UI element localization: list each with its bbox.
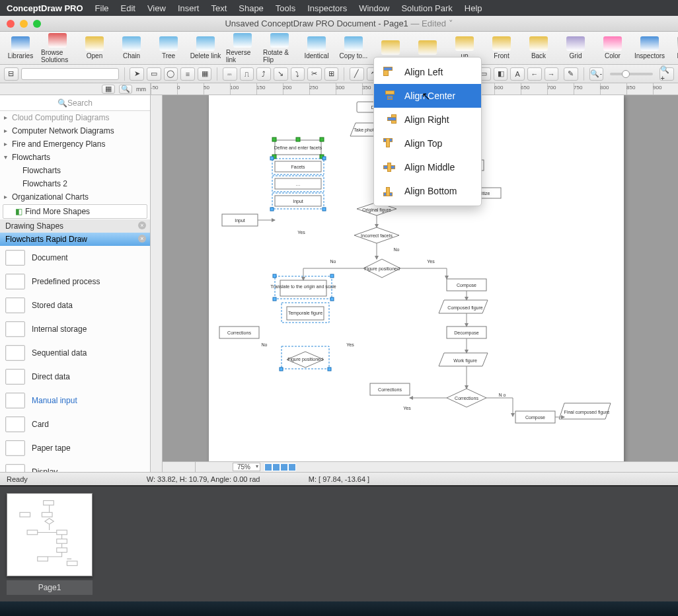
toolbar-rotate-flip[interactable]: Rotate & Flip	[263, 33, 296, 63]
toolbar-copy-to-[interactable]: Copy to...	[337, 36, 370, 59]
align-align-top[interactable]: Align Top	[374, 132, 481, 155]
toolbar-delete-link[interactable]: Delete link	[189, 36, 222, 59]
svg-text:Define and enter facets: Define and enter facets	[274, 145, 322, 150]
find-more-shapes-button[interactable]: ◧ Find More Shapes	[3, 204, 147, 219]
connector-tool-7[interactable]: ⊞	[324, 67, 339, 81]
title-chevron-icon[interactable]: ˅	[449, 19, 453, 28]
pointer-tool-button[interactable]: ➤	[130, 67, 144, 81]
toolbar-grid[interactable]: Grid	[559, 36, 592, 59]
toolbar-front[interactable]: Front	[485, 36, 518, 59]
shape-display[interactable]: Display	[0, 460, 150, 472]
toolbar-inspectors[interactable]: Inspectors	[633, 36, 666, 59]
zoom-out-button[interactable]: 🔍-	[589, 67, 604, 81]
shape-stored-data[interactable]: Stored data	[0, 293, 150, 317]
shape-internal-storage[interactable]: Internal storage	[0, 317, 150, 341]
align-align-center[interactable]: Align Center	[374, 84, 481, 108]
menu-text[interactable]: Text	[211, 3, 227, 13]
toolbar-btn11[interactable]	[411, 40, 444, 56]
toolbar-libraries[interactable]: Libraries	[4, 36, 37, 59]
menu-tools[interactable]: Tools	[276, 3, 295, 13]
shadow-tool-button[interactable]: ◧	[494, 67, 508, 81]
align-align-middle[interactable]: Align Middle	[374, 155, 481, 179]
arrow-style-button-2[interactable]: →	[545, 67, 559, 81]
menu-solution-park[interactable]: Solution Park	[401, 3, 452, 13]
window-minimize-button[interactable]	[20, 20, 28, 28]
toolbar-browse-solutions[interactable]: Browse Solutions	[41, 33, 74, 63]
toolbar-color[interactable]: Color	[596, 36, 629, 59]
line-tool-1[interactable]: ╱	[350, 67, 364, 81]
view-search-icon[interactable]: 🔍	[119, 85, 132, 94]
shape-direct-data[interactable]: Direct data	[0, 365, 150, 389]
library-header-drawing[interactable]: Drawing Shapes ×	[0, 219, 150, 233]
shape-manual-input[interactable]: Manual input	[0, 389, 150, 412]
svg-text:Yes: Yes	[346, 342, 354, 347]
toolbar-up[interactable]: up	[448, 36, 481, 59]
menu-shape[interactable]: Shape	[239, 3, 264, 13]
connector-tool-4[interactable]: ↘	[274, 67, 288, 81]
toolbar-btn10[interactable]	[374, 40, 407, 56]
page-nav[interactable]	[264, 463, 296, 471]
close-icon[interactable]: ×	[138, 221, 146, 229]
menu-window[interactable]: Window	[359, 3, 389, 13]
textstyle-tool-button[interactable]: A	[510, 67, 525, 81]
tree-child-flowcharts2[interactable]: Flowcharts 2	[0, 177, 150, 190]
close-icon[interactable]: ×	[138, 235, 146, 243]
ellipse-tool-button[interactable]: ◯	[164, 67, 178, 81]
quick-input[interactable]	[21, 68, 119, 80]
zoom-slider[interactable]	[610, 73, 653, 75]
app-name[interactable]: ConceptDraw PRO	[7, 3, 83, 13]
main-toolbar: LibrariesBrowse SolutionsOpenChainTreeDe…	[0, 32, 678, 65]
table-tool-button[interactable]: ▦	[198, 67, 212, 81]
menu-insert[interactable]: Insert	[178, 3, 200, 13]
shape-sequential-data[interactable]: Sequential data	[0, 341, 150, 365]
window-close-button[interactable]	[7, 20, 15, 28]
view-grid-icon[interactable]: ▦	[102, 85, 115, 94]
tree-item-network[interactable]: Computer Network Diagrams	[0, 124, 150, 137]
tree-item-cloud[interactable]: Cloud Computing Diagrams	[0, 111, 150, 124]
shape-document[interactable]: Document	[0, 246, 150, 270]
shape-predefined-process[interactable]: Predefined process	[0, 270, 150, 293]
vertical-ruler[interactable]	[151, 95, 163, 472]
align-align-left[interactable]: Align Left	[374, 60, 481, 84]
library-header-rapid[interactable]: Flowcharts Rapid Draw ×	[0, 233, 150, 246]
zoom-in-button[interactable]: 🔍+	[659, 67, 674, 81]
shape-paper-tape[interactable]: Paper tape	[0, 436, 150, 460]
align-align-right[interactable]: Align Right	[374, 108, 481, 132]
window-titlebar: Unsaved ConceptDraw PRO Document - Page1…	[0, 16, 678, 32]
text-tool-button[interactable]: ≡	[180, 67, 195, 81]
menu-file[interactable]: File	[95, 3, 109, 13]
toolbar-tree[interactable]: Tree	[152, 36, 185, 59]
tree-item-flowcharts[interactable]: Flowcharts	[0, 151, 150, 164]
toolbar-open[interactable]: Open	[78, 36, 111, 59]
align-icon	[383, 186, 396, 196]
rect-tool-button[interactable]: ▭	[147, 67, 161, 81]
shape-card[interactable]: Card	[0, 412, 150, 436]
eyedropper-tool-button[interactable]: ✎	[564, 67, 578, 81]
toolbar-reverse-link[interactable]: Reverse link	[226, 33, 259, 63]
menu-view[interactable]: View	[147, 3, 166, 13]
menu-inspectors[interactable]: Inspectors	[307, 3, 347, 13]
tree-child-flowcharts[interactable]: Flowcharts	[0, 164, 150, 177]
page-thumbnail[interactable]: Page1	[7, 493, 93, 595]
tree-item-fire[interactable]: Fire and Emergency Plans	[0, 137, 150, 151]
menu-edit[interactable]: Edit	[121, 3, 135, 13]
menu-help[interactable]: Help	[465, 3, 482, 13]
panel-toggle-button[interactable]: ⊟	[4, 67, 19, 81]
toolbar-back[interactable]: Back	[522, 36, 555, 59]
toolbar-chain[interactable]: Chain	[115, 36, 148, 59]
svg-text:No: No	[394, 247, 400, 252]
arrow-style-button[interactable]: ←	[527, 67, 542, 81]
zoom-select[interactable]: 75%	[233, 463, 260, 471]
library-search[interactable]: 🔍 Search	[0, 95, 150, 111]
align-align-bottom[interactable]: Align Bottom	[374, 179, 481, 203]
connector-tool-1[interactable]: ⎓	[223, 67, 237, 81]
connector-tool-2[interactable]: ⎍	[240, 67, 254, 81]
tree-item-org[interactable]: Organizational Charts	[0, 190, 150, 204]
connector-tool-5[interactable]: ⤵	[291, 67, 305, 81]
connector-tool-6[interactable]: ✂	[307, 67, 322, 81]
toolbar-rulers[interactable]: Rulers	[670, 36, 678, 59]
pages-strip: Page1	[0, 485, 678, 604]
connector-tool-3[interactable]: ⤴	[256, 67, 271, 81]
window-zoom-button[interactable]	[33, 20, 41, 28]
toolbar-identical[interactable]: Identical	[300, 36, 333, 59]
